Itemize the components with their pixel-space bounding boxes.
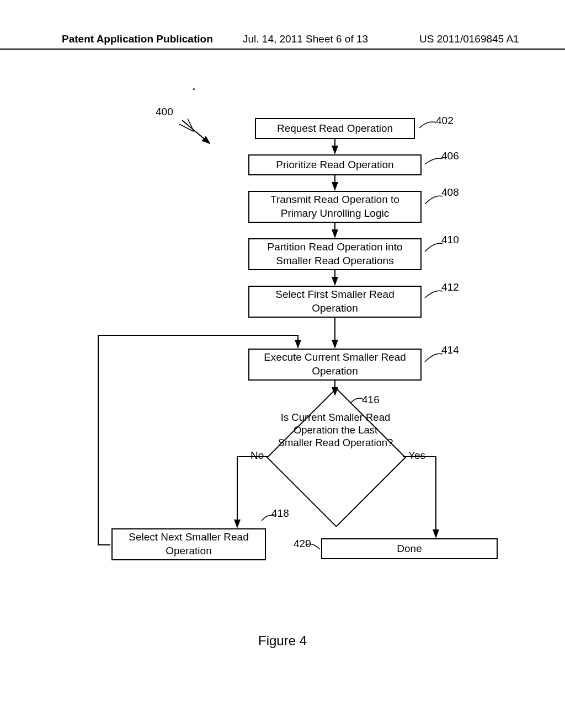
box-select-first-text: Select First Smaller Read Operation [254, 288, 416, 315]
box-select-first: Select First Smaller Read Operation [248, 286, 422, 318]
ref-418: 418 [271, 507, 289, 520]
box-request-read: Request Read Operation [255, 118, 415, 139]
box-execute: Execute Current Smaller Read Operation [248, 349, 422, 381]
box-done: Done [321, 538, 498, 559]
ref-420: 420 [294, 538, 311, 550]
box-select-next-text: Select Next Smaller Read Operation [117, 531, 260, 558]
box-select-next: Select Next Smaller Read Operation [111, 528, 266, 560]
box-transmit-text: Transmit Read Operation to Primary Unrol… [254, 193, 416, 220]
svg-line-1 [188, 119, 194, 132]
box-partition: Partition Read Operation into Smaller Re… [248, 238, 422, 270]
ref-416: 416 [362, 394, 380, 406]
box-done-text: Done [397, 542, 422, 556]
ref-410: 410 [441, 234, 459, 246]
box-transmit: Transmit Read Operation to Primary Unrol… [248, 191, 422, 223]
flowchart: 400 Request Read Operation 402 Prioritiz… [0, 0, 565, 728]
box-prioritize-text: Prioritize Read Operation [276, 158, 393, 172]
ref-400: 400 [156, 106, 173, 118]
ref-406: 406 [441, 150, 459, 162]
ref-412: 412 [441, 281, 459, 293]
decision-diamond [266, 388, 406, 527]
box-partition-text: Partition Read Operation into Smaller Re… [254, 240, 416, 267]
svg-line-2 [179, 124, 193, 131]
figure-caption: Figure 4 [0, 633, 565, 649]
ref-402: 402 [436, 115, 454, 127]
box-prioritize: Prioritize Read Operation [248, 154, 422, 175]
box-request-read-text: Request Read Operation [277, 122, 393, 136]
label-no: No [250, 449, 264, 462]
page: Patent Application Publication Jul. 14, … [0, 0, 565, 728]
ref-408: 408 [441, 186, 459, 199]
svg-line-0 [182, 120, 210, 143]
ref-414: 414 [441, 344, 459, 356]
box-execute-text: Execute Current Smaller Read Operation [254, 351, 416, 378]
dot-artifact [193, 88, 195, 90]
label-yes: Yes [408, 449, 425, 462]
